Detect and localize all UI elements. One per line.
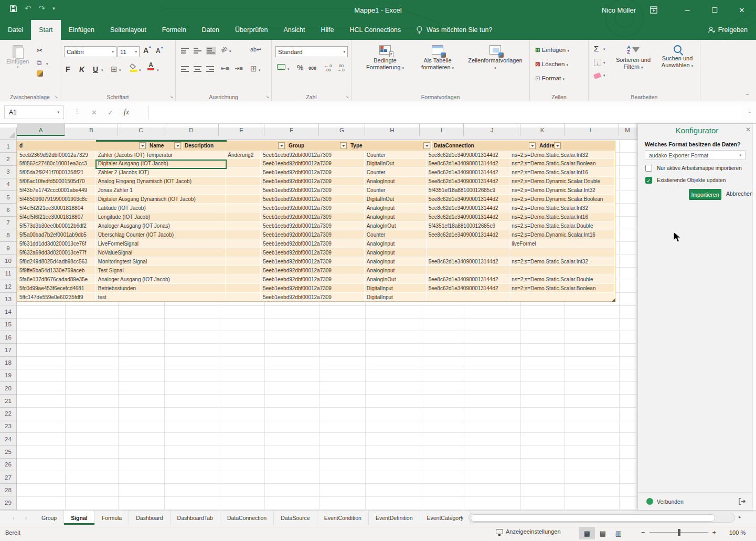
row-header[interactable]: 28 xyxy=(0,484,16,496)
table-row[interactable]: 5f8d249d8025d4adb98cc563 Monitoringtest … xyxy=(17,257,615,266)
cell-name[interactable]: Analog Eingang Dynamisch (IOT Jacob) xyxy=(96,177,226,186)
table-row[interactable]: 5fc0d99ae453f6ecefcd4681 Betriebsstunden… xyxy=(17,284,615,293)
ribbon-tab[interactable]: Einfügen xyxy=(61,20,102,40)
zoom-slider[interactable] xyxy=(649,532,708,533)
row-header[interactable]: 10 xyxy=(0,254,16,267)
align-right-icon[interactable] xyxy=(206,66,214,72)
cell-name[interactable]: Monitoringtest Signal xyxy=(96,257,226,266)
page-layout-view-icon[interactable]: ▤ xyxy=(595,527,611,539)
cell-description[interactable] xyxy=(226,284,261,293)
ribbon-display-options-icon[interactable] xyxy=(645,0,663,20)
cell-id[interactable]: 5ffc147de559e0e60235fdf9 xyxy=(17,293,96,302)
row-header[interactable]: 24 xyxy=(0,433,16,445)
cell-address[interactable]: ns=2;s=Demo.Static.Scalar.Int32 xyxy=(509,257,615,266)
cell-description[interactable] xyxy=(226,293,261,302)
cell-name[interactable]: Analoger Ausgang (IOT Jonas) xyxy=(96,221,226,230)
copy-dropdown-icon[interactable]: ▾ xyxy=(46,62,48,66)
cancel-entry-icon[interactable]: ✕ xyxy=(91,109,97,116)
cell-name[interactable]: Jonas Zähler 1 xyxy=(96,186,226,195)
row-header[interactable]: 1 xyxy=(0,140,16,153)
column-header[interactable]: K xyxy=(520,124,565,136)
cell-type[interactable]: AnalogInput xyxy=(365,257,427,266)
row-header[interactable]: 16 xyxy=(0,331,16,344)
panel-close-icon[interactable]: ✕ xyxy=(746,126,751,133)
cell-address[interactable]: ns=2;s=Demo.Dynamic.Scalar.Boolean xyxy=(509,195,615,204)
number-dialog-launcher-icon[interactable]: ↘ xyxy=(345,94,349,99)
cell-group[interactable]: 5eeb1eebd92dbf00012a7309 xyxy=(261,239,365,248)
table-row[interactable]: 5f05da2f9241f70001358f21 Zähler 2 (Jacob… xyxy=(17,168,615,177)
cell-name[interactable]: Analoger Ausgang (IOT Jacob) xyxy=(96,275,226,284)
format-cells-button[interactable]: ⊡ Format ▾ xyxy=(535,75,565,82)
column-header[interactable]: G xyxy=(319,124,365,136)
expand-formula-bar-icon[interactable]: ⌄ xyxy=(748,109,752,114)
cell-address[interactable]: ns=2;s=Demo.Static.Scalar.Boolean xyxy=(509,159,615,168)
cell-address[interactable]: ns=2;s=Demo.Static.Scalar.Boolean xyxy=(509,284,615,293)
fill-icon[interactable]: ↓ xyxy=(594,59,601,66)
insert-cells-button[interactable]: ⊞ Einfügen ▾ xyxy=(535,46,569,54)
bold-icon[interactable]: F xyxy=(66,65,70,73)
column-header[interactable]: A xyxy=(17,124,65,136)
table-row[interactable]: 5f4cf5f6f21ee30001818807 Longitude (IOT … xyxy=(17,213,615,221)
filter-dropdown-icon[interactable] xyxy=(529,142,536,149)
cell-name[interactable]: Zähler 2 (Jacobs IOT) xyxy=(96,168,226,177)
cell-id[interactable]: 5f4cf5f2f21ee30001818804 xyxy=(17,204,96,213)
cell-description[interactable] xyxy=(226,230,261,239)
cell-description[interactable] xyxy=(226,275,261,284)
font-dialog-launcher-icon[interactable]: ↘ xyxy=(169,94,173,99)
cell-type[interactable]: DigitalInOut xyxy=(365,159,427,168)
column-header[interactable]: B xyxy=(65,124,118,136)
cell-group[interactable]: 5eeb1eebd92dbf00012a7309 xyxy=(261,230,365,239)
row-header[interactable]: 29 xyxy=(0,496,16,509)
column-header[interactable]: L xyxy=(565,124,619,136)
cell-type[interactable]: AnalogInput xyxy=(365,239,427,248)
copy-icon[interactable]: ⧉ xyxy=(37,59,41,67)
cell-dataconnection[interactable]: 5ee8c62d1e340900013144d2 xyxy=(427,151,510,160)
borders-dropdown-icon[interactable]: ▾ xyxy=(119,68,121,72)
grow-font-icon[interactable]: A xyxy=(143,46,148,55)
page-break-view-icon[interactable]: ▥ xyxy=(611,527,626,539)
autosum-icon[interactable]: Σ xyxy=(594,44,599,53)
cell-id[interactable]: 5f631dd1dd3d0200013ce76f xyxy=(17,239,96,248)
find-select-button[interactable]: Suchen undAuswählen ▾ xyxy=(657,45,698,69)
column-header[interactable]: F xyxy=(264,124,319,136)
cell-name[interactable]: NoValueSignal xyxy=(96,248,226,257)
filter-dropdown-icon[interactable] xyxy=(340,142,347,149)
delete-cells-button[interactable]: ⊠ Löschen ▾ xyxy=(535,60,568,68)
format-as-table-button[interactable]: Als Tabelleformatieren ▾ xyxy=(413,45,462,71)
cell-id[interactable]: 5f43b7e1742ccc0001abe449 xyxy=(17,186,96,195)
cell-id[interactable]: 5f632a69dd3d0200013ce77f xyxy=(17,248,96,257)
cell-dataconnection[interactable]: 5ee8c62d1e340900013144d2 xyxy=(427,195,510,204)
cell-type[interactable]: Counter xyxy=(365,168,427,177)
cell-description[interactable] xyxy=(226,239,261,248)
row-header[interactable]: 21 xyxy=(0,395,16,407)
column-header[interactable]: H xyxy=(365,124,420,136)
align-middle-icon[interactable] xyxy=(194,48,201,54)
clipboard-dialog-launcher-icon[interactable]: ↘ xyxy=(54,94,58,99)
row-header[interactable]: 25 xyxy=(0,445,16,458)
zoom-in-icon[interactable]: + xyxy=(712,528,717,536)
cell-styles-button[interactable]: Zellenformatvorlagen▾ xyxy=(464,45,527,71)
ribbon-tab[interactable]: Datei xyxy=(0,20,31,40)
sheet-tab[interactable]: Formula xyxy=(95,511,130,525)
column-header[interactable]: J xyxy=(464,124,520,136)
cell-address[interactable]: ns=2;s=Demo.Static.Scalar.Int32 xyxy=(509,151,615,160)
collapse-ribbon-icon[interactable]: ⌃ xyxy=(746,93,750,99)
merge-center-icon[interactable]: ⊞ xyxy=(250,64,257,73)
checkbox-update-objects[interactable]: ✓ Existierende Objekte updaten xyxy=(645,177,726,184)
cell-description[interactable] xyxy=(226,177,261,186)
cell-description[interactable] xyxy=(226,248,261,257)
cell-dataconnection[interactable]: 5ee8c62d1e340900013144d2 xyxy=(427,213,510,221)
cell-type[interactable]: Counter xyxy=(365,230,427,239)
wrap-text-icon[interactable]: ab↩ xyxy=(250,46,261,53)
cell-type[interactable]: DigitalInOut xyxy=(365,195,427,204)
fill-color-icon[interactable] xyxy=(130,63,137,72)
currency-dropdown-icon[interactable]: ▾ xyxy=(288,67,290,71)
ribbon-tab[interactable]: Überprüfen xyxy=(227,20,276,40)
table-row[interactable]: 5f631dd1dd3d0200013ce76f LiveFormelSigna… xyxy=(17,239,615,248)
cell-group[interactable]: 5eeb1eebd92dbf00012a7309 xyxy=(261,186,365,195)
alignment-dialog-launcher-icon[interactable]: ↘ xyxy=(265,94,269,99)
import-button[interactable]: Importieren xyxy=(689,189,721,200)
horizontal-scrollbar[interactable] xyxy=(468,513,735,523)
cell-address[interactable]: ns=2;s=Demo.Dynamic.Scalar.Int32 xyxy=(509,186,615,195)
percent-icon[interactable]: % xyxy=(297,63,303,72)
